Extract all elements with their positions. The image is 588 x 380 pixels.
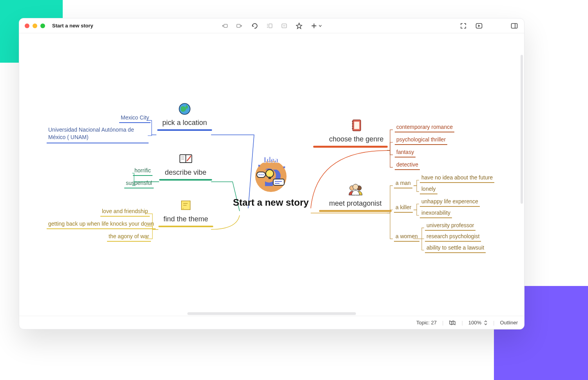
topic-before-icon[interactable] <box>221 22 228 29</box>
panel-icon[interactable] <box>511 22 518 29</box>
svg-rect-0 <box>224 24 227 27</box>
leaf-man-1[interactable]: lonely <box>420 186 437 194</box>
leaf-genre-1[interactable]: psychological thriller <box>395 136 447 145</box>
relationship-icon[interactable] <box>266 22 273 29</box>
leaf-prot-women[interactable]: a women <box>394 233 419 242</box>
leaf-man-0[interactable]: have no idea about the future <box>420 174 494 183</box>
document-title: Start a new story <box>52 23 93 29</box>
leaf-genre-0[interactable]: contemporary romance <box>395 124 454 132</box>
root-title: Start a new story <box>226 197 316 208</box>
fullscreen-icon[interactable] <box>460 22 467 29</box>
topic-after-icon[interactable] <box>236 22 243 29</box>
leaf-vibe-0[interactable]: horrific <box>133 167 152 176</box>
svg-point-11 <box>266 170 274 177</box>
title-bar: Start a new story <box>19 18 524 33</box>
leaf-women-0[interactable]: university professor <box>425 222 475 231</box>
branch-vibe[interactable]: describe vibe <box>159 152 212 181</box>
map-view-icon[interactable] <box>449 319 456 326</box>
leaf-killer-0[interactable]: unhappy life experence <box>420 198 480 207</box>
branch-protagonist-label: meet protagonist <box>323 199 388 210</box>
people-icon <box>347 183 364 196</box>
svg-point-18 <box>260 174 261 175</box>
leaf-vibe-1[interactable]: suspensful <box>124 180 154 188</box>
close-button[interactable] <box>25 24 29 28</box>
undo-icon[interactable] <box>251 22 258 29</box>
leaf-theme-0[interactable]: love and friendship <box>100 208 150 217</box>
play-icon[interactable] <box>475 22 483 29</box>
window-controls <box>25 24 45 28</box>
outliner-button[interactable]: Outliner <box>500 320 518 326</box>
svg-rect-2 <box>269 24 272 28</box>
svg-text:Idea: Idea <box>263 156 278 164</box>
svg-point-19 <box>262 174 263 175</box>
topic-count: Topic: 27 <box>416 320 437 326</box>
toolbar-right <box>460 22 518 29</box>
sticky-note-icon <box>179 199 192 212</box>
leaf-genre-2[interactable]: fantasy <box>395 149 416 157</box>
leaf-location-1[interactable]: Universidad Nacional Autónoma de México … <box>47 126 149 143</box>
leaf-genre-3[interactable]: detective <box>395 161 420 170</box>
leaf-women-2[interactable]: ability to settle a lawsuit <box>425 244 486 253</box>
branch-location-label: pick a location <box>157 118 212 129</box>
zoom-value: 100% <box>468 320 481 326</box>
insert-menu[interactable] <box>310 22 322 29</box>
branch-theme[interactable]: find the theme <box>158 199 213 227</box>
branch-protagonist[interactable]: meet protagonist <box>323 183 388 212</box>
svg-rect-13 <box>273 179 284 185</box>
app-window: Start a new story <box>19 18 524 329</box>
chevron-down-icon <box>318 24 322 28</box>
boundary-icon[interactable] <box>281 22 288 29</box>
svg-rect-12 <box>269 177 271 179</box>
status-bar: Topic: 27 | | 100% | Outliner <box>19 316 524 329</box>
notebook-icon <box>350 119 363 132</box>
leaf-theme-2[interactable]: the agony of war <box>107 233 151 242</box>
leaf-women-1[interactable]: research psychologist <box>425 233 481 242</box>
svg-point-39 <box>353 184 358 190</box>
leaf-killer-1[interactable]: inexorability <box>420 210 452 218</box>
leaf-prot-man[interactable]: a man <box>394 180 412 188</box>
book-icon <box>179 152 192 165</box>
branch-genre[interactable]: choose the genre <box>325 119 388 148</box>
leaf-location-0[interactable]: Mexico City <box>119 114 151 123</box>
root-topic[interactable]: Idea Start a new story <box>226 155 316 208</box>
star-icon[interactable] <box>296 22 303 29</box>
svg-rect-32 <box>354 122 359 129</box>
leaf-theme-1[interactable]: getting back up when life knocks your do… <box>47 221 156 229</box>
idea-icon: Idea <box>249 155 292 194</box>
svg-point-17 <box>258 174 260 175</box>
branch-vibe-label: describe vibe <box>159 168 212 179</box>
mindmap-canvas[interactable]: Idea Start a new story pick a location M… <box>19 33 524 316</box>
globe-icon <box>178 102 191 116</box>
stepper-icon <box>484 320 488 326</box>
svg-rect-8 <box>512 24 517 28</box>
minimize-button[interactable] <box>33 24 37 28</box>
branch-theme-label: find the theme <box>158 214 213 226</box>
horizontal-scrollbar[interactable] <box>19 311 524 316</box>
leaf-prot-killer[interactable]: a killer <box>394 204 413 213</box>
branch-genre-label: choose the genre <box>325 134 388 146</box>
vertical-scrollbar[interactable] <box>521 55 523 204</box>
toolbar-center <box>221 22 322 29</box>
maximize-button[interactable] <box>40 24 45 28</box>
zoom-control[interactable]: 100% <box>468 320 488 326</box>
svg-rect-1 <box>237 24 240 27</box>
branch-location[interactable]: pick a location <box>157 102 212 131</box>
